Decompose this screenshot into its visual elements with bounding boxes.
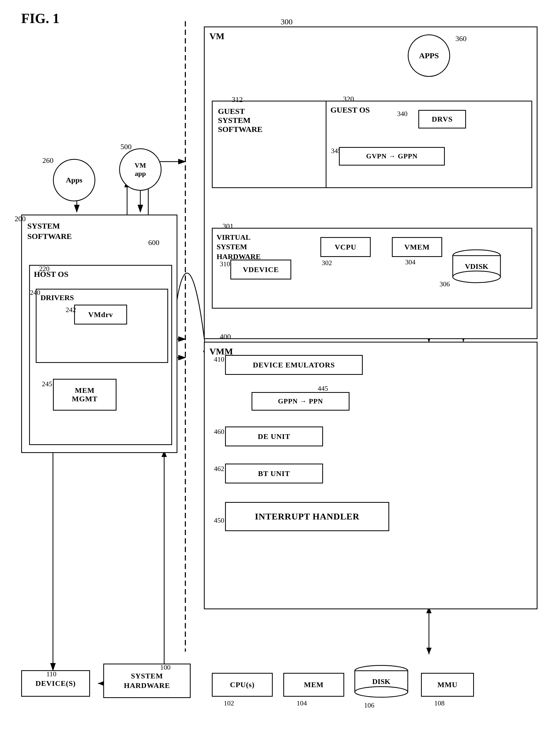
ref-306: 306 [440, 280, 450, 288]
ref-102: 102 [224, 699, 234, 707]
interrupt-handler-box: INTERRUPT HANDLER [225, 502, 389, 531]
ref-300: 300 [281, 17, 293, 26]
apps-left-label: Apps [66, 176, 82, 184]
mem-box: MEM [283, 673, 344, 697]
ref-108: 108 [434, 699, 444, 707]
system-hardware-box: SYSTEM HARDWARE [103, 664, 191, 698]
cpus-box: CPU(s) [212, 673, 273, 697]
vmdrv-box: VMdrv [74, 305, 127, 324]
ref-600: 600 [148, 238, 159, 247]
guest-system-software-box: GUEST SYSTEM SOFTWARE [212, 101, 331, 188]
ref-400: 400 [220, 333, 231, 341]
apps-circle: APPS [408, 35, 450, 77]
ref-304: 304 [405, 258, 416, 266]
ref-500: 500 [120, 142, 132, 151]
ref-340: 340 [397, 110, 407, 118]
ref-462: 462 [214, 465, 224, 473]
vm-app-label: VM app [135, 161, 146, 178]
ref-460: 460 [214, 428, 224, 436]
ref-445: 445 [318, 384, 328, 393]
ref-360: 360 [455, 35, 466, 43]
mmu-box: MMU [421, 673, 474, 697]
vcpu-box: VCPU [320, 237, 371, 257]
ref-310: 310 [220, 260, 230, 268]
drivers-container: DRIVERS [36, 289, 168, 363]
figure-label: FIG. 1 [21, 11, 59, 26]
vmem-box: VMEM [392, 237, 442, 257]
ref-260: 260 [42, 156, 54, 165]
ref-242: 242 [66, 306, 76, 314]
de-unit-box: DE UNIT [225, 427, 323, 446]
vm-label: VM [209, 31, 224, 41]
ref-240: 240 [30, 289, 40, 297]
mem-mgmt-box: MEM MGMT [53, 379, 117, 411]
guest-system-software-label: GUEST SYSTEM SOFTWARE [218, 107, 262, 134]
ref-106: 106 [364, 701, 374, 709]
drivers-label: DRIVERS [41, 294, 74, 302]
bt-unit-box: BT UNIT [225, 463, 323, 483]
svg-text:VDISK: VDISK [465, 262, 488, 271]
device-emulators-box: DEVICE EMULATORS [225, 355, 363, 375]
ref-104: 104 [297, 699, 307, 707]
gppn-ppn-box: GPPN → PPN [252, 392, 349, 411]
ref-100: 100 [160, 664, 171, 672]
ref-301: 301 [222, 222, 234, 231]
vdevice-box: VDEVICE [231, 260, 291, 279]
drvs-box: DRVS [418, 110, 466, 129]
disk-cylinder: DISK [352, 665, 411, 702]
svg-text:DISK: DISK [372, 677, 391, 686]
ref-410: 410 [214, 356, 224, 363]
system-software-label: SYSTEM SOFTWARE [27, 221, 72, 241]
ref-220: 220 [39, 265, 49, 273]
ref-312: 312 [232, 95, 243, 104]
virtual-system-hardware-label: VIRTUAL SYSTEM HARDWARE [217, 233, 261, 261]
ref-110: 110 [46, 670, 56, 678]
apps-left-circle: Apps [53, 159, 95, 201]
vm-app-circle: VM app [119, 149, 161, 191]
ref-245: 245 [42, 380, 52, 388]
apps-label: APPS [419, 51, 439, 60]
guest-os-label: GUEST OS [331, 105, 370, 115]
svg-point-32 [453, 271, 500, 283]
svg-point-36 [355, 687, 408, 697]
ref-302: 302 [322, 259, 332, 267]
ref-450: 450 [214, 517, 224, 525]
svg-marker-26 [426, 648, 432, 654]
ref-200: 200 [15, 215, 26, 223]
gvpn-gppn-box: GVPN → GPPN [339, 147, 445, 165]
ref-320: 320 [343, 95, 354, 103]
vdisk-cylinder: VDISK [450, 249, 503, 286]
